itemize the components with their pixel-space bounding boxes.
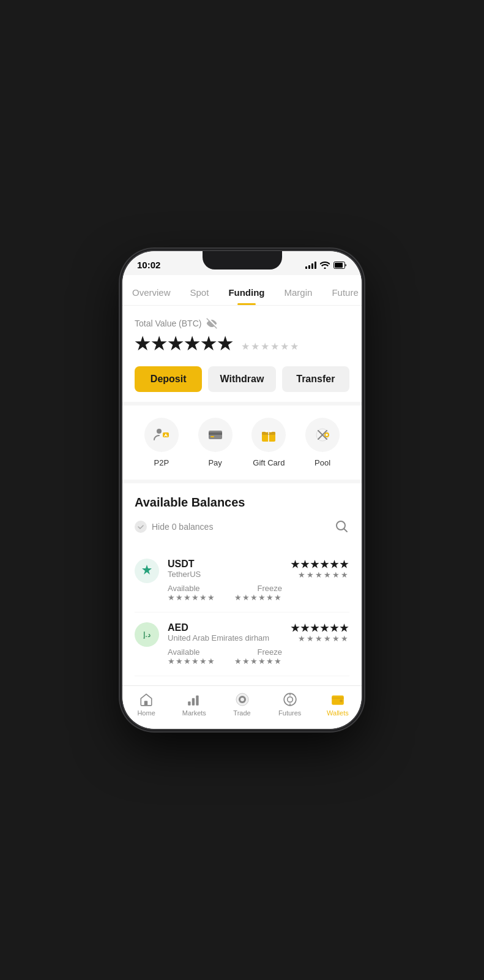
screen: 10:02 xyxy=(122,251,362,729)
aed-info: AED United Arab Emirates dirham Availabl… xyxy=(168,622,282,666)
svg-marker-18 xyxy=(142,565,152,575)
aed-icon: د.إ xyxy=(135,622,159,647)
balances-section: Available Balances Hide 0 balances xyxy=(122,483,362,685)
balance-item-ars[interactable]: $ ARS Argentine Peso ★★★★★★ xyxy=(135,676,349,685)
pool-label: Pool xyxy=(315,458,330,467)
pool-icon-container xyxy=(305,418,340,452)
pay-icon xyxy=(207,426,224,443)
svg-point-3 xyxy=(157,429,162,434)
trade-icon xyxy=(235,692,250,707)
usdt-freeze-value: ★★★★★★ xyxy=(234,593,282,602)
deposit-button[interactable]: Deposit xyxy=(135,366,202,392)
aed-value-secondary: ★★★★★★ xyxy=(291,634,349,643)
check-icon xyxy=(137,523,144,530)
balance-main: ★★★★★★ xyxy=(135,334,234,354)
status-icons xyxy=(305,262,347,269)
svg-rect-1 xyxy=(335,263,343,268)
nav-futures[interactable]: Futures xyxy=(266,692,314,717)
svg-rect-20 xyxy=(188,701,190,706)
tab-funding[interactable]: Funding xyxy=(218,282,274,305)
aed-symbol: AED xyxy=(168,622,282,633)
giftcard-icon-container xyxy=(251,418,286,452)
usdt-available-label: Available xyxy=(168,584,215,593)
search-button[interactable] xyxy=(335,519,349,534)
usdt-value-main: ★★★★★★ xyxy=(291,559,349,570)
usdt-symbol: USDT xyxy=(168,559,282,570)
quick-action-pool[interactable]: Pool xyxy=(305,418,340,467)
pay-icon-container xyxy=(198,418,233,452)
aed-value-main: ★★★★★★ xyxy=(291,622,349,634)
nav-wallets[interactable]: Wallets xyxy=(314,692,362,717)
aed-balance-row: Available ★★★★★★ Freeze ★★★★★★ xyxy=(168,647,282,666)
nav-home[interactable]: Home xyxy=(122,692,170,717)
nav-home-label: Home xyxy=(137,709,155,717)
transfer-button[interactable]: Transfer xyxy=(282,366,349,392)
markets-icon xyxy=(187,692,201,707)
nav-markets[interactable]: Markets xyxy=(170,692,218,717)
aed-name: United Arab Emirates dirham xyxy=(168,633,282,643)
quick-action-giftcard[interactable]: Gift Card xyxy=(251,418,286,467)
aed-freeze-label: Freeze xyxy=(234,647,282,657)
svg-point-25 xyxy=(240,698,244,701)
balance-row: ★★★★★★ ★★★★★★ xyxy=(135,334,349,354)
aed-available-label: Available xyxy=(168,647,215,657)
usdt-name: TetherUS xyxy=(168,570,282,579)
tab-overview[interactable]: Overview xyxy=(122,282,181,305)
p2p-icon-container xyxy=(144,418,179,452)
usdt-logo xyxy=(140,564,154,578)
giftcard-icon xyxy=(260,426,277,443)
home-icon xyxy=(139,692,154,707)
futures-icon xyxy=(283,692,297,707)
nav-wallets-label: Wallets xyxy=(327,709,349,717)
pool-icon xyxy=(314,426,331,443)
balance-item-aed[interactable]: د.إ AED United Arab Emirates dirham Avai… xyxy=(135,612,349,676)
svg-rect-19 xyxy=(144,701,147,706)
svg-rect-8 xyxy=(210,436,214,437)
usdt-value-secondary: ★★★★★★ xyxy=(291,570,349,579)
check-circle-icon xyxy=(135,521,147,533)
usdt-freeze-label: Freeze xyxy=(234,584,282,593)
nav-futures-label: Futures xyxy=(278,709,301,717)
usdt-info: USDT TetherUS Available ★★★★★★ Freeze ★★… xyxy=(168,559,282,602)
svg-point-27 xyxy=(287,697,292,703)
p2p-icon xyxy=(153,426,170,443)
battery-icon xyxy=(333,262,347,269)
bottom-navigation: Home Markets xyxy=(122,685,362,729)
wallets-icon xyxy=(330,692,345,707)
pay-label: Pay xyxy=(208,458,222,467)
hide-zero-toggle[interactable]: Hide 0 balances xyxy=(135,521,213,533)
notch xyxy=(203,251,282,270)
status-time: 10:02 xyxy=(137,260,160,270)
tab-futures[interactable]: Future xyxy=(322,282,362,305)
tab-margin[interactable]: Margin xyxy=(275,282,322,305)
balances-title: Available Balances xyxy=(135,496,349,510)
balance-secondary: ★★★★★★ xyxy=(241,341,300,352)
p2p-label: P2P xyxy=(154,458,169,467)
svg-rect-22 xyxy=(196,695,199,705)
usdt-available-value: ★★★★★★ xyxy=(168,593,215,602)
hide-eye-icon[interactable] xyxy=(206,318,217,329)
tab-navigation: Overview Spot Funding Margin Future xyxy=(122,275,362,306)
phone-frame: 10:02 xyxy=(122,251,362,729)
quick-action-p2p[interactable]: P2P xyxy=(144,418,179,467)
header-section: Total Value (BTC) ★★★★★★ ★★★★★★ Deposit … xyxy=(122,306,362,405)
nav-trade[interactable]: Trade xyxy=(218,692,266,717)
svg-rect-21 xyxy=(192,698,195,706)
nav-markets-label: Markets xyxy=(182,709,206,717)
search-icon xyxy=(335,519,348,533)
balances-filter: Hide 0 balances xyxy=(135,519,349,537)
wifi-icon xyxy=(320,262,330,269)
quick-actions: P2P Pay xyxy=(122,405,362,483)
aed-values: ★★★★★★ ★★★★★★ xyxy=(291,622,349,643)
total-value-label: Total Value (BTC) xyxy=(135,318,349,329)
svg-point-5 xyxy=(165,434,166,435)
usdt-values: ★★★★★★ ★★★★★★ xyxy=(291,559,349,579)
svg-line-17 xyxy=(344,529,348,532)
usdt-balance-row: Available ★★★★★★ Freeze ★★★★★★ xyxy=(168,584,282,602)
balance-item-usdt[interactable]: USDT TetherUS Available ★★★★★★ Freeze ★★… xyxy=(135,549,349,612)
withdraw-button[interactable]: Withdraw xyxy=(208,366,275,392)
main-content: Overview Spot Funding Margin Future To xyxy=(122,275,362,685)
tab-spot[interactable]: Spot xyxy=(181,282,219,305)
quick-action-pay[interactable]: Pay xyxy=(198,418,233,467)
giftcard-label: Gift Card xyxy=(253,458,285,467)
